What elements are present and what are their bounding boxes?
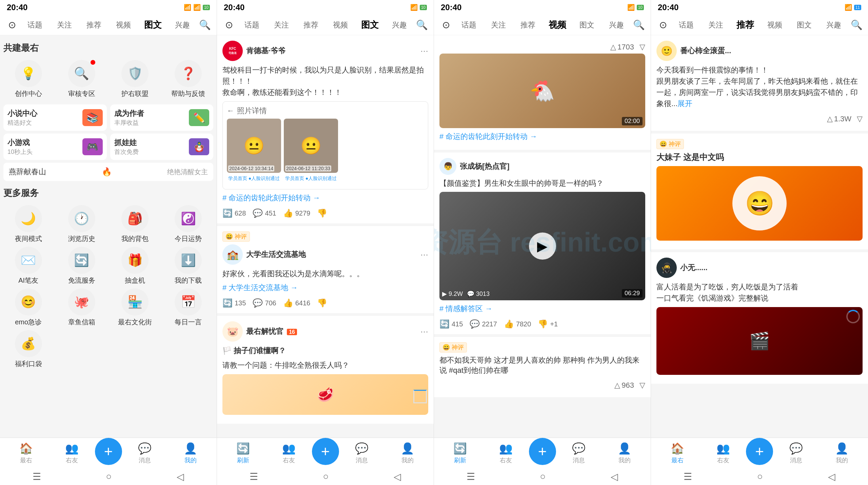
tab-video-3[interactable]: 视频 xyxy=(542,16,572,34)
icon-daily[interactable]: 📅 每日一言 xyxy=(163,288,213,327)
post-jiefu-more[interactable]: ··· xyxy=(420,326,428,337)
nav-profile-2[interactable]: 👤 我的 xyxy=(384,442,430,464)
search-icon-2[interactable]: 🔍 xyxy=(414,19,430,31)
tab-graphic-2[interactable]: 图文 xyxy=(355,16,384,34)
icon-history[interactable]: 🕐 浏览历史 xyxy=(57,205,106,243)
sys-back-3[interactable]: ◁ xyxy=(611,471,618,482)
nav-msg-2[interactable]: 💬 消息 xyxy=(339,442,385,464)
tab-follow-2[interactable]: 关注 xyxy=(267,17,296,33)
tab-video-2[interactable]: 视频 xyxy=(326,17,355,33)
tab-interest-2[interactable]: 兴趣 xyxy=(384,17,414,33)
action-dislike-1[interactable]: 👎 xyxy=(317,208,327,218)
search-icon-3[interactable]: 🔍 xyxy=(631,19,647,31)
location-icon-2[interactable]: ⊙ xyxy=(220,19,237,31)
nav-msg-3[interactable]: 💬 消息 xyxy=(556,442,602,464)
icon-box[interactable]: 🎁 抽盒机 xyxy=(110,247,160,285)
tab-follow-1[interactable]: 关注 xyxy=(50,17,79,33)
icon-culture[interactable]: 🏪 最右文化街 xyxy=(110,288,160,327)
icon-help[interactable]: ❓ 帮助与反馈 xyxy=(163,60,213,98)
tab-interest-4[interactable]: 兴趣 xyxy=(819,17,848,33)
tab-video-1[interactable]: 视频 xyxy=(108,17,138,33)
search-icon-1[interactable]: 🔍 xyxy=(197,19,213,31)
vote-down-btn-1[interactable]: ▽ xyxy=(639,43,645,52)
icon-free-flow[interactable]: 🔄 免流服务 xyxy=(57,247,106,285)
post-uni-more[interactable]: ··· xyxy=(420,249,428,260)
post-kfc-more[interactable]: ··· xyxy=(420,45,428,56)
icon-night[interactable]: 🌙 夜间模式 xyxy=(3,205,53,243)
nav-plus-4[interactable]: + xyxy=(746,438,773,465)
large-video-2[interactable]: ▶ ▶ 9.2W 💬 3013 06:29 xyxy=(439,192,645,300)
sys-home-1[interactable]: ○ xyxy=(106,471,112,482)
action-dislike-v2[interactable]: 👎 +1 xyxy=(538,319,558,329)
tab-video-4[interactable]: 视频 xyxy=(760,17,789,33)
action-like-1[interactable]: 👍 9279 xyxy=(283,208,311,218)
icon-bag[interactable]: 🎒 我的背包 xyxy=(110,205,160,243)
nav-profile-1[interactable]: 👤 我的 xyxy=(167,442,213,464)
nav-friends-1[interactable]: 👥 右友 xyxy=(49,442,95,464)
nav-plus-3[interactable]: + xyxy=(529,438,556,465)
tab-topic-2[interactable]: 话题 xyxy=(237,17,267,33)
icon-ai[interactable]: ✉️ AI笔友 xyxy=(3,247,53,285)
tab-graphic-4[interactable]: 图文 xyxy=(789,17,819,33)
rec-vote-down-1[interactable]: ▽ xyxy=(857,115,863,123)
sys-back-1[interactable]: ◁ xyxy=(177,471,184,482)
tab-follow-3[interactable]: 关注 xyxy=(484,17,513,33)
sys-home-4[interactable]: ○ xyxy=(757,471,763,482)
tab-recommend-4[interactable]: 推荐 xyxy=(730,16,760,34)
sys-menu-2[interactable]: ☰ xyxy=(250,471,258,482)
action-repost-v2[interactable]: 🔄 415 xyxy=(439,319,463,329)
tab-recommend-3[interactable]: 推荐 xyxy=(513,17,543,33)
sys-menu-4[interactable]: ☰ xyxy=(684,471,692,482)
icon-emo[interactable]: 😊 emo急诊 xyxy=(3,288,53,327)
sys-menu-3[interactable]: ☰ xyxy=(467,471,475,482)
sys-menu-1[interactable]: ☰ xyxy=(33,471,41,482)
tab-recommend-1[interactable]: 推荐 xyxy=(79,17,109,33)
hashtag-2[interactable]: # 情感解答区 → xyxy=(439,304,492,313)
icon-chuangzuo[interactable]: 💡 创作中心 xyxy=(3,60,53,98)
action-comment-v2[interactable]: 💬 2217 xyxy=(470,319,497,329)
nav-friends-4[interactable]: 👥 右友 xyxy=(700,442,746,464)
nav-home-1[interactable]: 🏠 最右 xyxy=(3,442,49,464)
nav-plus-2[interactable]: + xyxy=(312,438,339,465)
play-btn-2[interactable]: ▶ xyxy=(529,233,556,260)
location-icon-3[interactable]: ⊙ xyxy=(437,19,454,31)
video-thumb-1[interactable]: 🐔 02:00 xyxy=(439,54,645,128)
action-comment-2[interactable]: 💬 706 xyxy=(253,298,276,308)
tab-topic-4[interactable]: 话题 xyxy=(671,17,701,33)
vote-up-btn-1[interactable]: △ 1703 xyxy=(610,43,634,52)
card-game[interactable]: 小游戏 10秒上头 🎮 xyxy=(3,134,107,160)
sys-home-3[interactable]: ○ xyxy=(540,471,546,482)
search-icon-4[interactable]: 🔍 xyxy=(848,19,865,31)
tab-interest-3[interactable]: 兴趣 xyxy=(601,17,631,33)
nav-profile-4[interactable]: 👤 我的 xyxy=(819,442,865,464)
vote-down-btn-3[interactable]: ▽ xyxy=(639,381,645,390)
promo-bar[interactable]: 燕辞献春山 🔥 绝艳清醒女主 xyxy=(3,163,213,181)
tab-recommend-2[interactable]: 推荐 xyxy=(296,17,326,33)
nav-profile-3[interactable]: 👤 我的 xyxy=(601,442,647,464)
nav-home-4[interactable]: 🏠 最右 xyxy=(654,442,700,464)
nav-refresh-3[interactable]: 🔄 刷新 xyxy=(437,442,483,464)
action-like-v2[interactable]: 👍 7820 xyxy=(504,319,531,329)
nav-msg-1[interactable]: 💬 消息 xyxy=(122,442,168,464)
sys-home-2[interactable]: ○ xyxy=(323,471,329,482)
card-author[interactable]: 成为作者 丰厚收益 ✏️ xyxy=(110,104,214,131)
card-doll[interactable]: 抓娃娃 首次免费 🪆 xyxy=(110,134,214,160)
icon-fortune[interactable]: ☯️ 今日运势 xyxy=(163,205,213,243)
location-icon[interactable]: ⊙ xyxy=(3,19,20,31)
card-novel[interactable]: 小说中心 精选好文 📚 xyxy=(3,104,107,131)
nav-refresh-2[interactable]: 🔄 刷新 xyxy=(220,442,266,464)
tab-topic-1[interactable]: 话题 xyxy=(20,17,50,33)
tab-graphic-1[interactable]: 图文 xyxy=(138,16,167,34)
tab-follow-4[interactable]: 关注 xyxy=(701,17,730,33)
sys-back-4[interactable]: ◁ xyxy=(828,471,835,482)
icon-download[interactable]: ⬇️ 我的下载 xyxy=(163,247,213,285)
nav-msg-4[interactable]: 💬 消息 xyxy=(773,442,819,464)
tab-interest-1[interactable]: 兴趣 xyxy=(167,17,197,33)
rec-vote-up-1[interactable]: △ 1.3W xyxy=(827,115,851,123)
tab-graphic-3[interactable]: 图文 xyxy=(572,17,601,33)
expand-link-1[interactable]: 展开 xyxy=(677,99,692,108)
nav-plus-1[interactable]: + xyxy=(95,438,122,465)
hashtag-1[interactable]: # 命运的齿轮此刻开始转动 → xyxy=(439,132,537,141)
action-repost-2[interactable]: 🔄 135 xyxy=(222,298,246,308)
post-uni-hashtag[interactable]: # 大学生活交流基地 → xyxy=(222,283,298,292)
